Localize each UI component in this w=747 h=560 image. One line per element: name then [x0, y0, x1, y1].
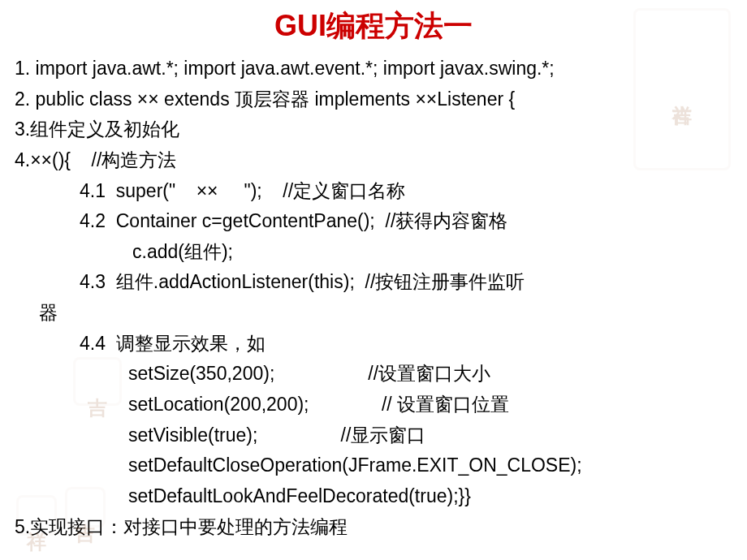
code-line-4-4d: setDefaultCloseOperation(JFrame.EXIT_ON_…: [15, 451, 732, 480]
code-line-4-4b: setLocation(200,200); // 设置窗口位置: [15, 390, 732, 420]
code-line-4-1: 4.1 super(" ×× "); //定义窗口名称: [15, 177, 732, 206]
code-line-4-3b: 器: [15, 299, 732, 328]
code-line-4-2: 4.2 Container c=getContentPane(); //获得内容…: [15, 207, 732, 236]
code-line-4-4a: setSize(350,200); //设置窗口大小: [15, 360, 732, 389]
slide-content: 1. import java.awt.*; import java.awt.ev…: [0, 54, 747, 541]
slide-title: GUI编程方法一: [0, 0, 747, 54]
code-line-4-4: 4.4 调整显示效果，如: [15, 330, 732, 359]
code-line-1: 1. import java.awt.*; import java.awt.ev…: [15, 54, 732, 84]
code-line-4-4e: setDefaultLookAndFeelDecorated(true);}}: [15, 482, 732, 511]
code-line-4-2b: c.add(组件);: [15, 238, 732, 267]
code-line-2: 2. public class ×× extends 顶层容器 implemen…: [15, 85, 732, 114]
code-line-4: 4.××(){ //构造方法: [15, 146, 732, 175]
code-line-3: 3.组件定义及初始化: [15, 115, 732, 144]
code-line-4-3: 4.3 组件.addActionListener(this); //按钮注册事件…: [15, 268, 732, 297]
code-line-4-4c: setVisible(true); //显示窗口: [15, 421, 732, 450]
code-line-5: 5.实现接口：对接口中要处理的方法编程: [15, 513, 732, 542]
